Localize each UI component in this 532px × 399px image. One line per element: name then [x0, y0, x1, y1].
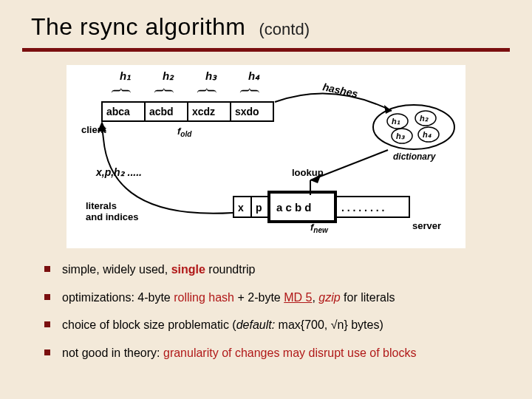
bullet-4-text: not good in theory: granularity of chang…: [62, 345, 416, 361]
old-block-1: abca: [106, 106, 130, 117]
svg-text:fold: fold: [177, 126, 192, 138]
bullet-3: choice of block size problematic (defaul…: [44, 317, 495, 333]
dictionary-label: dictionary: [393, 151, 437, 162]
svg-point-10: [373, 105, 454, 149]
literals-label-1: literals: [86, 200, 117, 211]
new-block-3: a c b d: [276, 201, 312, 214]
rsync-diagram: h₁ h₂ h₃ h₄ ︷ ︷ ︷ ︷ abca acbd xcdz sxdo: [66, 65, 466, 248]
new-block-4: . . . . . . . .: [341, 202, 384, 214]
svg-text:︷: ︷: [154, 75, 176, 99]
bullet-2: optimizations: 4-byte rolling hash + 2-b…: [44, 290, 495, 306]
svg-text:︷: ︷: [111, 75, 133, 99]
dict-h2: h₂: [420, 114, 429, 123]
literals-label-2: and indices: [86, 211, 139, 222]
bullet-1: simple, widely used, single roundtrip: [44, 262, 495, 278]
old-block-2: acbd: [149, 106, 174, 117]
title-underline: [22, 48, 510, 52]
dict-h3: h₃: [396, 132, 405, 140]
hashes-arrow-label: hashes: [321, 81, 359, 100]
bullet-icon: [44, 349, 50, 355]
bullet-2-text: optimizations: 4-byte rolling hash + 2-b…: [62, 290, 395, 306]
dict-h4: h₄: [423, 130, 432, 139]
server-label: server: [412, 220, 441, 231]
bullet-3-text: choice of block size problematic (defaul…: [62, 317, 383, 333]
slide: The rsync algorithm (contd) h₁ h₂ h₃ h₄ …: [0, 0, 532, 399]
bullet-list: simple, widely used, single roundtrip op…: [0, 262, 532, 361]
bullet-1-text: simple, widely used, single roundtrip: [62, 262, 255, 278]
svg-text:fnew: fnew: [310, 222, 329, 234]
bullet-icon: [44, 266, 50, 272]
bullet-icon: [44, 294, 50, 300]
dict-h1: h₁: [392, 117, 400, 126]
lookup-label: lookup: [292, 167, 324, 178]
old-block-4: sxdo: [235, 106, 259, 117]
slide-subtitle: (contd): [259, 20, 309, 39]
old-block-3: xcdz: [192, 106, 215, 117]
slide-title-row: The rsync algorithm (contd): [0, 13, 532, 45]
svg-text:︷: ︷: [197, 75, 219, 99]
new-block-2: p: [256, 202, 262, 214]
svg-text:︷: ︷: [239, 75, 262, 99]
stream-text: x,p,h₂ .....: [95, 166, 142, 178]
new-block-1: x: [238, 202, 244, 214]
bullet-icon: [44, 321, 50, 327]
slide-title: The rsync algorithm: [31, 13, 245, 41]
bullet-4: not good in theory: granularity of chang…: [44, 345, 495, 361]
